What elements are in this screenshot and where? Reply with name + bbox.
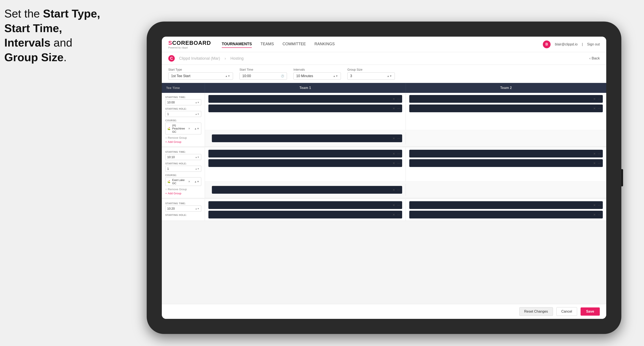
slot-x-t2-3a[interactable]: ✕ <box>593 204 596 207</box>
remove-group-1[interactable]: ○ Remove Group <box>165 136 201 139</box>
slot-x-icon-2b[interactable]: ✕ <box>593 107 596 110</box>
slot-x-icon[interactable]: ✕ <box>393 97 395 101</box>
slot-dots-2b[interactable]: ⋯ <box>397 162 400 165</box>
slot-dots-icon-2b[interactable]: ⋯ <box>598 107 601 110</box>
starting-time-input-3[interactable]: 10:20 ▲▼ <box>165 205 201 211</box>
remove-group-2[interactable]: ○ Remove Group <box>165 188 201 191</box>
slot-dots-2a[interactable]: ⋯ <box>397 152 400 155</box>
slot-x-t2-2a[interactable]: ✕ <box>593 152 596 155</box>
slot-dots-t2-2a[interactable]: ⋯ <box>598 152 601 155</box>
nav-rankings[interactable]: RANKINGS <box>314 41 334 48</box>
time-stepper-2[interactable]: ▲▼ <box>195 156 199 158</box>
slot-dots-t2-3a[interactable]: ⋯ <box>598 204 601 207</box>
starting-hole-input-2[interactable]: 1 ▲▼ <box>165 166 201 172</box>
slot-x-t2-2b[interactable]: ✕ <box>593 162 596 165</box>
slot-dots-icon-1b[interactable]: ⋯ <box>397 107 400 110</box>
slot-x-icon-2a[interactable]: ✕ <box>593 97 596 101</box>
intervals-label: Intervals <box>294 68 341 71</box>
back-button[interactable]: ‹ Back <box>590 56 600 61</box>
slot-dots-t2-2b[interactable]: ⋯ <box>598 162 601 165</box>
start-time-select[interactable]: 10:00 🕐 <box>240 72 287 80</box>
extra-slot-x-2[interactable]: ✕ <box>393 188 395 191</box>
table-header: Tee Time Team 1 Team 2 <box>162 83 606 93</box>
footer: Reset Changes Cancel Save <box>162 304 606 319</box>
nav-committee[interactable]: COMMITTEE <box>282 41 306 48</box>
starting-time-input-2[interactable]: 10:10 ▲▼ <box>165 154 201 160</box>
breadcrumb-separator: › <box>224 56 227 61</box>
team1-slot-1b: ✕ ⋯ <box>208 105 402 112</box>
logo-s: S <box>168 40 172 46</box>
nav-teams[interactable]: TEAMS <box>260 41 274 48</box>
team1-column-1: ✕ ⋯ ✕ ⋯ <box>205 93 406 130</box>
highlight-intervals: Intervals <box>4 36 50 49</box>
logo-subtitle: Powered by clippd <box>168 46 211 49</box>
slot-x-t2-3b[interactable]: ✕ <box>593 213 596 216</box>
course-remove-1[interactable]: ✕ <box>188 127 190 130</box>
intervals-select[interactable]: 10 Minutes ▲▼ <box>294 72 341 80</box>
time-stepper-1[interactable]: ▲▼ <box>195 101 199 104</box>
slot-dots-3a[interactable]: ⋯ <box>397 204 400 207</box>
team1-extra-2: ✕ ⋯ <box>208 184 406 196</box>
team2-slot-2b: ✕ ⋯ <box>409 159 603 167</box>
team1-slot-3a: ✕ ⋯ <box>208 201 402 209</box>
cancel-button[interactable]: Cancel <box>556 307 577 316</box>
tee-group-2-teams: ✕ ⋯ ✕ ⋯ ✕ ⋯ <box>205 148 606 198</box>
course-arrow-2[interactable]: ▲▼ <box>194 180 199 183</box>
nav-tournaments[interactable]: TOURNAMENTS <box>222 41 252 48</box>
tee-group-2: STARTING TIME: 10:10 ▲▼ STARTING HOLE: 1… <box>162 148 606 198</box>
starting-hole-label-3: STARTING HOLE: <box>165 214 201 216</box>
slot-x-2a[interactable]: ✕ <box>393 152 395 155</box>
tablet-screen: SCOREBOARD Powered by clippd TOURNAMENTS… <box>162 37 606 319</box>
team1-slot-3b: ✕ ⋯ <box>208 211 402 218</box>
hole-stepper-1[interactable]: ▲▼ <box>195 113 199 115</box>
add-group-1[interactable]: + Add Group <box>165 140 201 144</box>
save-button[interactable]: Save <box>580 308 600 316</box>
breadcrumb: Clippd Invitational (Mar) › Hosting <box>177 56 590 61</box>
starting-hole-label-2: STARTING HOLE: <box>165 162 201 165</box>
user-email: blair@clippd.io <box>555 42 578 46</box>
extra-slot-dots[interactable]: ⋯ <box>397 137 400 140</box>
team1-slot-2b: ✕ ⋯ <box>208 159 402 167</box>
start-type-value: 1st Tee Start <box>171 74 190 78</box>
course-arrow-1[interactable]: ▲▼ <box>194 127 199 130</box>
start-type-arrow-icon: ▲▼ <box>225 75 230 78</box>
slot-dots-t2-3b[interactable]: ⋯ <box>598 213 601 216</box>
slot-x-2b[interactable]: ✕ <box>393 162 395 165</box>
starting-hole-input-1[interactable]: 1 ▲▼ <box>165 111 201 117</box>
slot-x-3a[interactable]: ✕ <box>393 204 395 207</box>
course-tag-2: ⛳ East Lake GC ✕ ▲▼ <box>165 177 201 186</box>
time-stepper-3[interactable]: ▲▼ <box>195 207 199 210</box>
extra-slot-dots-2[interactable]: ⋯ <box>397 188 400 191</box>
course-remove-2[interactable]: ✕ <box>188 180 190 183</box>
slot-x-icon-1b[interactable]: ✕ <box>393 107 395 110</box>
tee-group-3-left: STARTING TIME: 10:20 ▲▼ STARTING HOLE: <box>162 199 205 221</box>
team1-column-3: ✕ ⋯ ✕ ⋯ <box>205 199 406 221</box>
tournament-icon: C <box>168 55 175 62</box>
group-size-arrow-icon: ▲▼ <box>387 75 392 78</box>
slot-dots-icon[interactable]: ⋯ <box>397 97 400 101</box>
tournament-name[interactable]: Clippd Invitational (Mar) <box>179 56 220 61</box>
hosting-status: Hosting <box>230 56 244 61</box>
extra-slot-x[interactable]: ✕ <box>393 137 395 140</box>
slot-dots-icon-2a[interactable]: ⋯ <box>598 97 601 101</box>
slot-x-3b[interactable]: ✕ <box>393 213 395 216</box>
sign-out-link[interactable]: | <box>582 42 583 46</box>
team1-slot-1a: ✕ ⋯ <box>208 95 402 103</box>
reset-changes-button[interactable]: Reset Changes <box>519 307 553 316</box>
col-team1: Team 1 <box>205 83 406 93</box>
starting-time-input-1[interactable]: 10:00 ▲▼ <box>165 99 201 105</box>
highlight-group-size: Group Size <box>4 51 64 64</box>
hole-stepper-2[interactable]: ▲▼ <box>195 168 199 170</box>
group-size-select[interactable]: 3 ▲▼ <box>347 72 395 80</box>
start-type-select[interactable]: 1st Tee Start ▲▼ <box>168 72 233 80</box>
team2-column-1: ✕ ⋯ ✕ ⋯ <box>406 93 606 130</box>
slot-dots-3b[interactable]: ⋯ <box>397 213 400 216</box>
team1-column-2: ✕ ⋯ ✕ ⋯ <box>205 148 406 181</box>
sign-out-button[interactable]: Sign out <box>587 42 600 46</box>
tee-group-1-teams: ✕ ⋯ ✕ ⋯ ✕ ⋯ <box>205 93 606 147</box>
remove-group-icon-1: ○ <box>165 136 167 139</box>
add-group-2[interactable]: + Add Group <box>165 192 201 195</box>
start-time-label: Start Time <box>240 68 287 71</box>
highlight-start-type: Start Type, <box>43 7 100 20</box>
remove-group-icon-2: ○ <box>165 188 167 191</box>
